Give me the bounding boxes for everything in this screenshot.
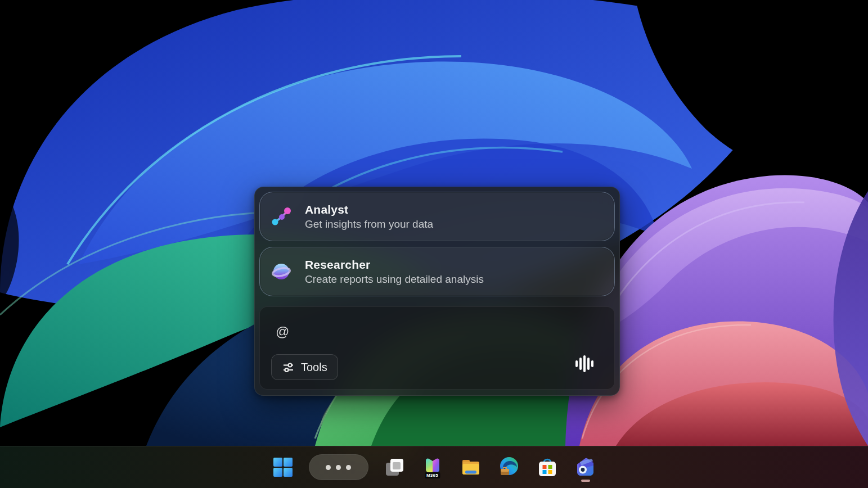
agent-description: Get insights from your data bbox=[305, 218, 433, 231]
tools-button[interactable]: Tools bbox=[271, 354, 338, 380]
tools-label: Tools bbox=[301, 361, 327, 374]
windows-start-icon bbox=[272, 456, 294, 478]
active-app-indicator bbox=[581, 480, 590, 482]
edge-button[interactable] bbox=[497, 451, 521, 484]
agent-name: Analyst bbox=[305, 203, 433, 216]
start-button[interactable] bbox=[271, 451, 295, 484]
agent-description: Create reports using detailed analysis bbox=[305, 273, 484, 286]
agent-option-analyst[interactable]: Analyst Get insights from your data bbox=[259, 192, 615, 241]
agent-name: Researcher bbox=[305, 258, 484, 272]
search-pill[interactable] bbox=[309, 454, 368, 480]
clipchamp-icon bbox=[574, 456, 597, 478]
clipchamp-button[interactable] bbox=[573, 451, 598, 484]
task-view-button[interactable] bbox=[382, 451, 407, 484]
taskbar: M365 bbox=[0, 446, 868, 488]
desktop: Analyst Get insights from your data Rese… bbox=[0, 0, 868, 488]
edge-browser-icon bbox=[497, 455, 521, 479]
store-button[interactable] bbox=[535, 451, 560, 484]
microsoft-store-icon bbox=[536, 456, 559, 478]
agent-option-researcher[interactable]: Researcher Create reports using detailed… bbox=[259, 247, 615, 296]
copilot-agent-popup: Analyst Get insights from your data Rese… bbox=[254, 187, 620, 396]
m365-badge: M365 bbox=[425, 472, 440, 478]
mention-symbol: @ bbox=[276, 324, 289, 340]
voice-waveform-icon bbox=[574, 354, 593, 374]
search-pill-dots-icon bbox=[326, 465, 351, 470]
file-explorer-button[interactable] bbox=[458, 451, 483, 484]
voice-input-button[interactable] bbox=[574, 353, 594, 374]
prompt-input[interactable]: @ Tools bbox=[259, 306, 615, 390]
m365-copilot-button[interactable]: M365 bbox=[420, 451, 445, 484]
analyst-scatter-icon bbox=[270, 205, 293, 228]
sliders-icon bbox=[282, 361, 295, 374]
task-view-icon bbox=[383, 456, 406, 478]
researcher-planet-icon bbox=[270, 260, 293, 283]
folder-icon bbox=[460, 456, 482, 478]
